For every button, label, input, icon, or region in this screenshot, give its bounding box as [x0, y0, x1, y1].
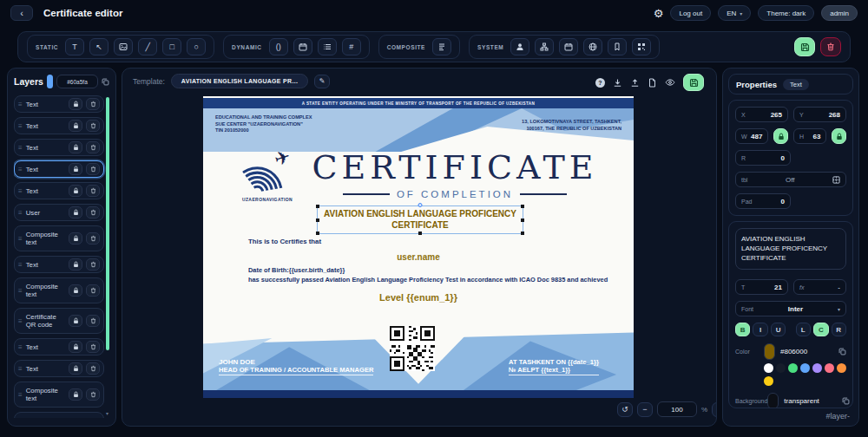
resize-handle[interactable]: [316, 205, 319, 208]
delete-layer-button[interactable]: [86, 284, 100, 297]
palette-swatch[interactable]: [788, 363, 798, 373]
drag-handle-icon[interactable]: ≡: [18, 261, 23, 269]
layer-item-selected[interactable]: ≡Text: [14, 160, 104, 178]
lock-layer-button[interactable]: [69, 315, 82, 327]
zoom-level-input[interactable]: [657, 401, 697, 417]
drag-handle-icon[interactable]: ≡: [18, 343, 23, 351]
drag-handle-icon[interactable]: ≡: [18, 122, 23, 130]
globe-tool-button[interactable]: [583, 38, 602, 55]
list-tool-button[interactable]: [318, 38, 337, 55]
fx-field[interactable]: fx-: [793, 279, 846, 295]
resize-handle[interactable]: [521, 218, 524, 222]
selected-text-element[interactable]: AVIATION ENGLISH LANGUAGE PROFICENCY CER…: [317, 205, 523, 234]
drag-handle-icon[interactable]: ≡: [18, 365, 23, 373]
lock-layer-button[interactable]: [69, 362, 82, 375]
delete-layer-button[interactable]: [86, 163, 100, 175]
delete-layer-button[interactable]: [86, 232, 100, 245]
delete-layer-button[interactable]: [86, 315, 100, 327]
lock-layer-button[interactable]: [69, 388, 82, 401]
underline-button[interactable]: U: [771, 323, 786, 336]
org-tool-button[interactable]: [535, 38, 554, 55]
template-select[interactable]: AVIATION ENGLISH LANGUAGE PR...: [171, 74, 308, 88]
bookmark-tool-button[interactable]: [608, 38, 627, 55]
delete-template-button[interactable]: [820, 37, 841, 56]
drag-handle-icon[interactable]: ≡: [18, 101, 23, 108]
lock-layer-button[interactable]: [69, 206, 82, 218]
drag-handle-icon[interactable]: ≡: [18, 187, 23, 195]
drag-handle-icon[interactable]: ≡: [18, 391, 23, 399]
lock-height-button[interactable]: [832, 128, 846, 144]
arrow-tool-button[interactable]: ↖: [89, 38, 108, 55]
palette-swatch[interactable]: [812, 363, 822, 373]
user-badge[interactable]: admin: [821, 5, 858, 21]
layer-item[interactable]: ≡Text: [14, 117, 104, 134]
lock-layer-button[interactable]: [69, 258, 82, 271]
align-right-button[interactable]: R: [832, 323, 846, 336]
width-field[interactable]: W487: [735, 128, 768, 144]
layer-item[interactable]: ≡Composite text: [14, 382, 104, 408]
lock-layer-button[interactable]: [69, 141, 82, 153]
lock-layer-button[interactable]: [69, 284, 82, 297]
theme-toggle-button[interactable]: Theme: dark: [758, 5, 814, 21]
lock-layer-button[interactable]: [69, 341, 82, 353]
circle-tool-button[interactable]: ○: [187, 38, 206, 55]
lock-layer-button[interactable]: [69, 185, 82, 197]
padding-field[interactable]: Pad0: [735, 193, 791, 209]
calendar-tool-button[interactable]: [559, 38, 578, 55]
resize-handle[interactable]: [521, 232, 524, 235]
font-select[interactable]: Font Inter ▾: [735, 301, 846, 316]
rectangle-tool-button[interactable]: □: [162, 38, 181, 55]
height-field[interactable]: H63: [793, 128, 826, 144]
user-tool-button[interactable]: [510, 38, 529, 55]
download-button[interactable]: [613, 78, 622, 88]
resize-handle[interactable]: [418, 232, 422, 235]
reset-view-button[interactable]: ↺: [617, 402, 633, 417]
drag-handle-icon[interactable]: ≡: [18, 144, 23, 152]
layer-item[interactable]: ≡Certificate QR code: [14, 308, 104, 334]
palette-swatch-yellow[interactable]: [764, 376, 773, 386]
save-template-button[interactable]: [794, 37, 815, 56]
text-tool-button[interactable]: T: [65, 38, 84, 55]
zoom-out-button[interactable]: −: [637, 402, 653, 417]
layer-item[interactable]: ≡Text: [14, 182, 104, 199]
delete-layer-button[interactable]: [86, 388, 100, 401]
upload-button[interactable]: [630, 78, 640, 88]
layer-item[interactable]: ≡Composite text: [14, 412, 104, 418]
preview-button[interactable]: [665, 78, 675, 87]
lock-width-button[interactable]: [773, 128, 788, 144]
edit-template-button[interactable]: ✎: [314, 75, 330, 88]
drag-handle-icon[interactable]: ≡: [18, 317, 23, 325]
layer-item[interactable]: ≡Text: [14, 338, 104, 355]
layer-item[interactable]: ≡User: [14, 204, 104, 221]
delete-layer-button[interactable]: [86, 141, 100, 153]
drag-handle-icon[interactable]: ≡: [18, 235, 23, 243]
back-button[interactable]: ‹: [10, 5, 33, 21]
delete-layer-button[interactable]: [86, 120, 100, 132]
delete-layer-button[interactable]: [86, 362, 100, 375]
layer-item[interactable]: ≡Text: [14, 139, 104, 156]
save-canvas-button[interactable]: [683, 74, 704, 91]
border-field[interactable]: tblOff: [735, 172, 846, 187]
resize-handle[interactable]: [316, 218, 319, 222]
text-color-swatch[interactable]: [764, 343, 775, 360]
text-content-input[interactable]: AVIATION ENGLISH LANGUAGE PROFICENCY CER…: [735, 228, 846, 270]
drag-handle-icon[interactable]: ≡: [18, 287, 23, 295]
drag-handle-icon[interactable]: ≡: [18, 209, 23, 217]
layer-item[interactable]: ≡Composite text: [14, 225, 104, 251]
layer-item[interactable]: ≡Text: [14, 256, 104, 273]
align-center-button[interactable]: C: [813, 323, 828, 336]
align-left-button[interactable]: L: [796, 323, 811, 336]
palette-swatch[interactable]: [776, 363, 786, 373]
image-tool-button[interactable]: [114, 38, 133, 55]
background-color-swatch[interactable]: [767, 393, 779, 408]
copy-background-color-button[interactable]: [842, 395, 850, 408]
language-dropdown[interactable]: EN▾: [718, 5, 751, 21]
layer-item[interactable]: ≡Text: [14, 360, 104, 377]
document-button[interactable]: [648, 78, 657, 88]
number-tool-button[interactable]: #: [342, 38, 361, 55]
x-field[interactable]: X265: [735, 107, 788, 122]
font-size-field[interactable]: T21: [735, 279, 788, 295]
resize-handle[interactable]: [316, 232, 319, 235]
delete-layer-button[interactable]: [86, 185, 100, 197]
copy-text-color-button[interactable]: [838, 345, 846, 358]
